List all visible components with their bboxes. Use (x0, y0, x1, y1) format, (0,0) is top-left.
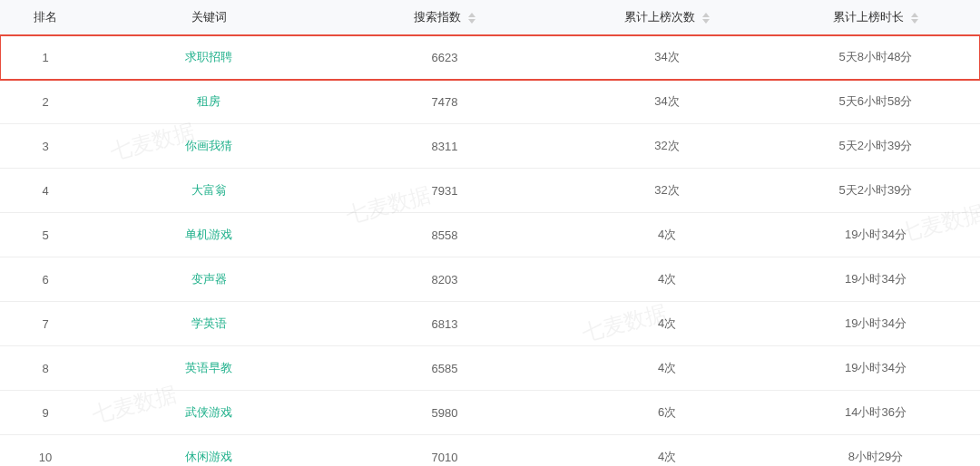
cell-rank-count: 4次 (563, 213, 771, 257)
keyword-link[interactable]: 武侠游戏 (185, 405, 232, 419)
keyword-link[interactable]: 英语早教 (185, 361, 232, 374)
keyword-link[interactable]: 单机游戏 (185, 228, 232, 241)
cell-search-index: 8203 (327, 257, 563, 302)
cell-rank: 4 (0, 169, 91, 213)
header-rank-label: 排名 (34, 10, 57, 24)
cell-search-index: 6623 (327, 35, 563, 80)
table-row: 9武侠游戏59806次14小时36分 (0, 391, 980, 435)
cell-rank-count: 4次 (563, 346, 771, 391)
sort-up-icon (911, 13, 918, 17)
cell-rank: 3 (0, 124, 91, 169)
cell-keyword: 大富翁 (91, 169, 327, 213)
cell-rank-duration: 8小时29分 (771, 435, 980, 467)
sort-icon[interactable] (702, 13, 710, 24)
header-rank[interactable]: 排名 (0, 0, 91, 35)
cell-rank: 8 (0, 346, 91, 391)
cell-rank-count: 4次 (563, 257, 771, 302)
keyword-link[interactable]: 求职招聘 (185, 50, 232, 63)
cell-keyword: 休闲游戏 (91, 435, 327, 467)
cell-rank: 7 (0, 302, 91, 346)
cell-search-index: 7931 (327, 169, 563, 213)
cell-rank-duration: 5天8小时48分 (771, 35, 980, 80)
keyword-link[interactable]: 你画我猜 (185, 139, 232, 152)
cell-search-index: 7478 (327, 80, 563, 124)
keyword-ranking-table: 排名 关键词 搜索指数 累计上榜次数 (0, 0, 980, 466)
cell-rank: 10 (0, 435, 91, 467)
cell-rank-duration: 19小时34分 (771, 346, 980, 391)
header-search-index-label: 搜索指数 (414, 10, 461, 24)
sort-up-icon (468, 13, 475, 17)
cell-rank-count: 4次 (563, 435, 771, 467)
cell-keyword: 学英语 (91, 302, 327, 346)
cell-keyword: 武侠游戏 (91, 391, 327, 435)
keyword-ranking-table-container: 七麦数据 七麦数据 七麦数据 七麦数据 七麦数据 排名 关键词 搜索指数 (0, 0, 980, 466)
table-row: 1求职招聘662334次5天8小时48分 (0, 35, 980, 80)
sort-down-icon (702, 19, 710, 24)
cell-rank: 6 (0, 257, 91, 302)
cell-rank: 9 (0, 391, 91, 435)
sort-icon[interactable] (911, 13, 918, 24)
cell-rank-duration: 5天2小时39分 (771, 169, 980, 213)
cell-search-index: 5980 (327, 391, 563, 435)
cell-search-index: 6585 (327, 346, 563, 391)
cell-search-index: 6813 (327, 302, 563, 346)
header-rank-duration[interactable]: 累计上榜时长 (771, 0, 980, 35)
cell-rank-duration: 19小时34分 (771, 213, 980, 257)
keyword-link[interactable]: 租房 (197, 94, 220, 108)
header-keyword-label: 关键词 (191, 10, 227, 24)
cell-rank-duration: 14小时36分 (771, 391, 980, 435)
cell-keyword: 租房 (91, 80, 327, 124)
cell-rank: 1 (0, 35, 91, 80)
sort-icon[interactable] (468, 13, 475, 24)
header-keyword[interactable]: 关键词 (91, 0, 327, 35)
cell-search-index: 7010 (327, 435, 563, 467)
table-body: 1求职招聘662334次5天8小时48分2租房747834次5天6小时58分3你… (0, 35, 980, 467)
header-rank-duration-label: 累计上榜时长 (833, 10, 904, 24)
keyword-link[interactable]: 学英语 (191, 316, 227, 330)
cell-rank-count: 32次 (563, 124, 771, 169)
table-row: 5单机游戏85584次19小时34分 (0, 213, 980, 257)
cell-rank-count: 6次 (563, 391, 771, 435)
cell-rank-count: 34次 (563, 35, 771, 80)
keyword-link[interactable]: 大富翁 (191, 183, 227, 197)
header-rank-count-label: 累计上榜次数 (624, 10, 695, 24)
cell-keyword: 英语早教 (91, 346, 327, 391)
table-row: 8英语早教65854次19小时34分 (0, 346, 980, 391)
table-row: 6变声器82034次19小时34分 (0, 257, 980, 302)
header-rank-count[interactable]: 累计上榜次数 (563, 0, 771, 35)
cell-rank-duration: 19小时34分 (771, 302, 980, 346)
cell-rank-duration: 19小时34分 (771, 257, 980, 302)
keyword-link[interactable]: 休闲游戏 (185, 450, 232, 463)
sort-down-icon (468, 19, 475, 24)
sort-down-icon (911, 19, 918, 24)
cell-rank: 2 (0, 80, 91, 124)
table-row: 3你画我猜831132次5天2小时39分 (0, 124, 980, 169)
cell-search-index: 8311 (327, 124, 563, 169)
keyword-link[interactable]: 变声器 (191, 272, 227, 286)
cell-keyword: 单机游戏 (91, 213, 327, 257)
cell-rank: 5 (0, 213, 91, 257)
cell-rank-count: 32次 (563, 169, 771, 213)
cell-rank-count: 34次 (563, 80, 771, 124)
table-row: 7学英语68134次19小时34分 (0, 302, 980, 346)
cell-rank-count: 4次 (563, 302, 771, 346)
cell-search-index: 8558 (327, 213, 563, 257)
cell-keyword: 你画我猜 (91, 124, 327, 169)
sort-up-icon (702, 13, 710, 17)
cell-rank-duration: 5天6小时58分 (771, 80, 980, 124)
table-row: 10休闲游戏70104次8小时29分 (0, 435, 980, 467)
header-search-index[interactable]: 搜索指数 (327, 0, 563, 35)
table-row: 4大富翁793132次5天2小时39分 (0, 169, 980, 213)
table-header: 排名 关键词 搜索指数 累计上榜次数 (0, 0, 980, 35)
cell-keyword: 变声器 (91, 257, 327, 302)
table-row: 2租房747834次5天6小时58分 (0, 80, 980, 124)
cell-rank-duration: 5天2小时39分 (771, 124, 980, 169)
cell-keyword: 求职招聘 (91, 35, 327, 80)
